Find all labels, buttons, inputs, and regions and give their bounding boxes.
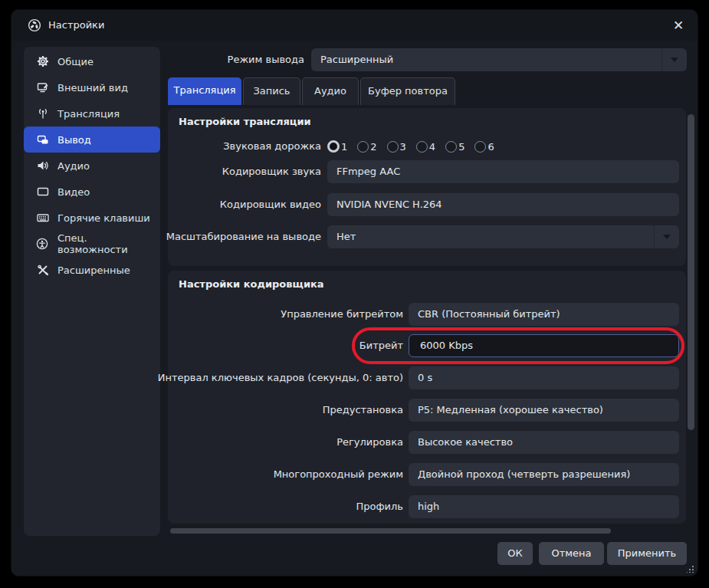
radio-track-4[interactable]: 4 <box>416 141 435 153</box>
rate-control-select[interactable]: CBR (Постоянный битрейт) <box>409 303 679 326</box>
horizontal-scrollbar[interactable] <box>170 528 611 534</box>
broadcast-icon <box>36 107 49 120</box>
tab-streaming[interactable]: Трансляция <box>168 77 241 105</box>
sidebar-item-label: Трансляция <box>57 108 120 120</box>
sidebar-item-general[interactable]: Общие <box>24 48 160 74</box>
radio-icon <box>357 141 369 153</box>
radio-track-5[interactable]: 5 <box>445 141 464 153</box>
section-title-streaming: Настройки трансляции <box>179 116 311 127</box>
obs-logo-icon <box>28 18 41 32</box>
keyboard-icon <box>36 212 49 225</box>
tuning-label: Регулировка <box>336 431 403 454</box>
gear-icon <box>36 55 49 68</box>
rescale-value: Нет <box>336 231 356 242</box>
keyframe-interval-label: Интервал ключевых кадров (секунды, 0: ав… <box>158 366 403 389</box>
rate-control-value: CBR (Постоянный битрейт) <box>418 308 560 320</box>
preset-value: P5: Медленная (хорошее качество) <box>418 404 603 416</box>
sidebar-item-label: Внешний вид <box>57 82 128 94</box>
keyframe-interval-input[interactable]: 0 s <box>409 366 679 389</box>
tab-replay-buffer[interactable]: Буфер повтора <box>360 77 455 105</box>
resize-grip[interactable] <box>687 565 694 573</box>
audio-track-label: Звуковая дорожка <box>223 135 321 158</box>
radio-track-6[interactable]: 6 <box>474 141 494 153</box>
audio-encoder-value: FFmpeg AAC <box>336 166 400 177</box>
tab-audio[interactable]: Аудио <box>302 77 359 105</box>
radio-track-2[interactable]: 2 <box>357 141 376 153</box>
output-mode-select[interactable]: Расширенный <box>311 48 687 71</box>
sidebar-item-label: Расширенные <box>57 264 130 276</box>
dropdown-button[interactable] <box>661 48 687 71</box>
sidebar-item-video[interactable]: Видео <box>24 179 160 205</box>
radio-icon <box>416 141 428 153</box>
bitrate-input[interactable]: 6000 Kbps <box>409 334 679 357</box>
preset-label: Предустановка <box>323 399 403 422</box>
dropdown-button[interactable] <box>654 225 679 248</box>
sidebar-item-label: Горячие клавиши <box>57 212 150 224</box>
radio-icon <box>445 141 457 153</box>
video-encoder-value: NVIDIA NVENC H.264 <box>336 199 442 210</box>
video-encoder-select[interactable]: NVIDIA NVENC H.264 <box>327 193 679 216</box>
audio-encoder-label: Кодировщик звука <box>222 160 321 183</box>
sidebar-item-label: Спец. возможности <box>57 232 160 255</box>
multipass-value: Двойной проход (четверть разрешения) <box>418 468 630 480</box>
sidebar-item-stream[interactable]: Трансляция <box>24 100 160 126</box>
radio-selected-icon <box>327 140 340 153</box>
rate-control-label: Управление битрейтом <box>281 303 403 326</box>
multipass-label: Многопроходный режим <box>274 463 403 486</box>
bitrate-label: Битрейт <box>359 334 403 357</box>
vertical-scrollbar[interactable] <box>688 114 694 430</box>
audio-encoder-select[interactable]: FFmpeg AAC <box>327 160 679 183</box>
audio-icon <box>36 159 49 172</box>
audio-track-radio-group: 1 2 3 4 5 6 <box>327 135 494 158</box>
screenshot-canvas: Настройки ✕ Общие Внешний вид Трансляция <box>0 0 709 588</box>
output-mode-value: Расширенный <box>320 54 393 65</box>
bitrate-value: 6000 Kbps <box>420 340 473 351</box>
sidebar-item-appearance[interactable]: Внешний вид <box>24 74 160 100</box>
radio-track-3[interactable]: 3 <box>387 141 406 153</box>
sidebar-item-advanced[interactable]: Расширенные <box>24 257 160 283</box>
sidebar-item-accessibility[interactable]: Спец. возможности <box>24 231 160 257</box>
chevron-down-icon <box>663 235 671 239</box>
tab-recording[interactable]: Запись <box>243 77 300 105</box>
close-icon[interactable]: ✕ <box>671 18 685 32</box>
settings-window: Настройки ✕ Общие Внешний вид Трансляция <box>11 9 698 577</box>
sidebar-item-hotkeys[interactable]: Горячие клавиши <box>24 205 160 231</box>
multipass-select[interactable]: Двойной проход (четверть разрешения) <box>409 463 679 486</box>
title-bar[interactable]: Настройки ✕ <box>11 10 698 41</box>
apply-button[interactable]: Применить <box>607 542 687 565</box>
profile-select[interactable]: high <box>409 495 679 518</box>
sidebar-item-label: Видео <box>57 186 90 198</box>
ok-button[interactable]: ОК <box>497 542 533 565</box>
tools-icon <box>36 264 49 277</box>
rescale-select[interactable]: Нет <box>327 225 679 248</box>
cancel-button[interactable]: Отмена <box>539 542 604 565</box>
profile-value: high <box>418 501 439 512</box>
tuning-select[interactable]: Высокое качество <box>409 431 679 454</box>
accessibility-icon <box>36 238 49 251</box>
radio-track-1[interactable]: 1 <box>327 140 347 153</box>
video-encoder-label: Кодировщик видео <box>220 193 321 216</box>
profile-label: Профиль <box>356 495 403 518</box>
output-mode-label: Режим вывода <box>228 48 304 71</box>
window-title: Настройки <box>48 10 104 41</box>
preset-select[interactable]: P5: Медленная (хорошее качество) <box>409 399 679 422</box>
video-icon <box>36 186 49 199</box>
sidebar-item-label: Аудио <box>57 160 90 172</box>
radio-icon <box>474 141 486 153</box>
output-icon <box>36 133 49 146</box>
appearance-icon <box>36 81 49 94</box>
tuning-value: Высокое качество <box>418 436 513 448</box>
sidebar-item-label: Вывод <box>57 134 91 146</box>
rescale-label: Масштабирование на выводе <box>166 225 321 248</box>
sidebar-item-output[interactable]: Вывод <box>24 126 160 153</box>
keyframe-interval-value: 0 s <box>418 372 432 383</box>
radio-icon <box>387 141 399 153</box>
settings-sidebar: Общие Внешний вид Трансляция Вывод Аудио <box>24 47 160 536</box>
sidebar-item-label: Общие <box>57 56 94 67</box>
section-title-encoder: Настройки кодировщика <box>179 278 324 290</box>
chevron-down-icon <box>671 57 678 62</box>
sidebar-item-audio[interactable]: Аудио <box>24 153 160 179</box>
